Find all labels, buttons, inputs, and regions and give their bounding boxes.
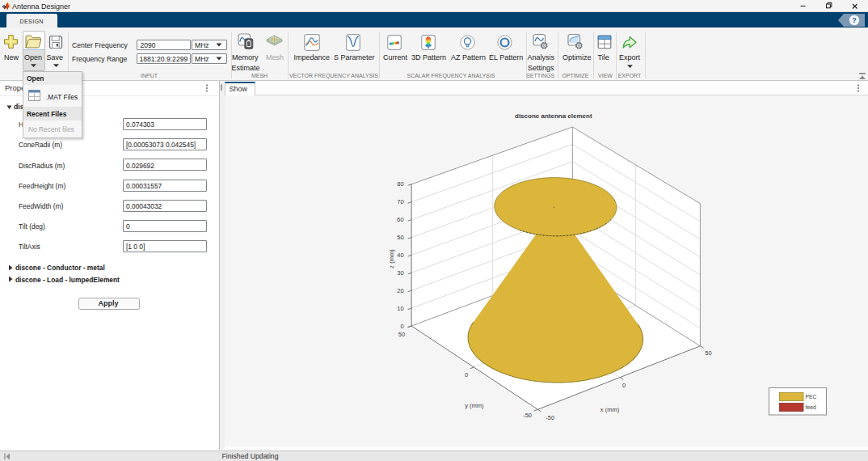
svg-text:feed: feed xyxy=(806,404,816,410)
svg-text:0: 0 xyxy=(400,323,403,330)
svg-text:50: 50 xyxy=(705,349,711,357)
svg-text:20: 20 xyxy=(397,287,403,294)
svg-text:y (mm): y (mm) xyxy=(465,402,484,409)
svg-text:discone antenna element: discone antenna element xyxy=(515,112,592,120)
svg-text:-50: -50 xyxy=(523,412,532,419)
svg-text:0: 0 xyxy=(622,382,626,389)
svg-text:40: 40 xyxy=(397,252,403,259)
svg-text:PEC: PEC xyxy=(806,394,817,400)
svg-text:x (mm): x (mm) xyxy=(600,406,620,413)
svg-text:0: 0 xyxy=(465,371,468,379)
svg-text:-50: -50 xyxy=(546,414,554,421)
svg-text:50: 50 xyxy=(397,234,403,241)
svg-text:10: 10 xyxy=(397,305,403,312)
svg-text:30: 30 xyxy=(397,269,403,277)
svg-text:60: 60 xyxy=(397,216,403,223)
svg-text:80: 80 xyxy=(397,180,403,188)
svg-text:70: 70 xyxy=(397,198,403,205)
svg-text:z (mm): z (mm) xyxy=(388,249,395,269)
svg-text:50: 50 xyxy=(398,331,405,338)
